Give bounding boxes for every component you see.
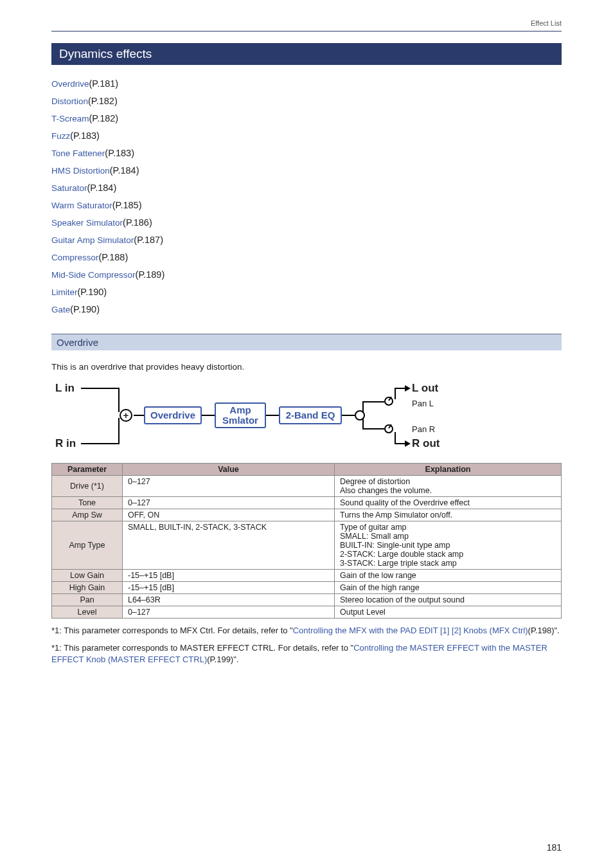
link-warm-saturator[interactable]: Warm Saturator bbox=[51, 201, 112, 210]
pan-r-knob-icon bbox=[384, 424, 393, 433]
subsection-intro: This is an overdrive that provides heavy… bbox=[51, 362, 562, 372]
link-mid-side-compressor[interactable]: Mid-Side Compressor bbox=[51, 270, 136, 280]
cell-param: High Gain bbox=[52, 581, 123, 593]
table-header-row: Parameter Value Explanation bbox=[52, 463, 562, 475]
list-item: Speaker Simulator(P.186) bbox=[51, 214, 562, 231]
list-item: Fuzz(P.183) bbox=[51, 127, 562, 145]
cell-param: Drive (*1) bbox=[52, 475, 123, 496]
link-saturator[interactable]: Saturator bbox=[51, 183, 87, 193]
footnote-text: (P.199)". bbox=[207, 655, 238, 664]
link-page: (P.181) bbox=[89, 78, 119, 89]
cell-param: Level bbox=[52, 606, 123, 618]
arrow-icon bbox=[405, 385, 411, 392]
list-item: Warm Saturator(P.185) bbox=[51, 197, 562, 214]
link-page: (P.187) bbox=[134, 235, 163, 245]
footnote-2: *1: This parameter corresponds to MASTER… bbox=[51, 642, 562, 665]
header-rule bbox=[51, 31, 562, 32]
cell-param: Amp Sw bbox=[52, 509, 123, 521]
cell-value: SMALL, BUILT-IN, 2-STACK, 3-STACK bbox=[123, 521, 335, 569]
link-overdrive[interactable]: Overdrive bbox=[51, 79, 89, 89]
link-page: (P.183) bbox=[105, 148, 134, 158]
effect-link-list: Overdrive(P.181) Distortion(P.182) T-Scr… bbox=[51, 75, 562, 318]
block-overdrive: Overdrive bbox=[144, 406, 202, 424]
link-page: (P.186) bbox=[123, 217, 152, 228]
link-page: (P.183) bbox=[70, 131, 100, 141]
cell-value: -15–+15 [dB] bbox=[123, 569, 335, 581]
link-hms-distortion[interactable]: HMS Distortion bbox=[51, 166, 110, 176]
cell-param: Pan bbox=[52, 593, 123, 606]
label-l-out: L out bbox=[412, 382, 438, 395]
table-row: Low Gain-15–+15 [dB]Gain of the low rang… bbox=[52, 569, 562, 581]
footnote-1: *1: This parameter corresponds to MFX Ct… bbox=[51, 625, 562, 637]
link-page: (P.182) bbox=[88, 96, 118, 106]
table-row: Amp SwOFF, ONTurns the Amp Simulator on/… bbox=[52, 509, 562, 521]
cell-value: L64–63R bbox=[123, 593, 335, 606]
page-number: 181 bbox=[547, 842, 562, 853]
table-body: Drive (*1)0–127Degree of distortionAlso … bbox=[52, 475, 562, 618]
cell-value: -15–+15 [dB] bbox=[123, 581, 335, 593]
link-page: (P.189) bbox=[136, 269, 165, 280]
col-value: Value bbox=[123, 463, 335, 475]
link-gate[interactable]: Gate bbox=[51, 305, 70, 314]
list-item: HMS Distortion(P.184) bbox=[51, 162, 562, 179]
table-row: Drive (*1)0–127Degree of distortionAlso … bbox=[52, 475, 562, 496]
block-amp-line2: Smlator bbox=[216, 415, 265, 426]
footnote-text: *1: This parameter corresponds to MFX Ct… bbox=[51, 626, 293, 635]
link-fuzz[interactable]: Fuzz bbox=[51, 131, 70, 141]
signal-flow-diagram: L in R in L out R out Pan L Pan R + Over… bbox=[55, 381, 454, 451]
label-l-in: L in bbox=[55, 382, 75, 395]
footnote-link-mfx-ctrl[interactable]: Controlling the MFX with the PAD EDIT [1… bbox=[293, 626, 528, 635]
block-amp-simulator: Amp Smlator bbox=[215, 402, 266, 428]
subsection-title-bar: Overdrive bbox=[51, 334, 562, 350]
arrow-icon bbox=[405, 440, 411, 447]
list-item: Tone Fattener(P.183) bbox=[51, 145, 562, 162]
cell-value: 0–127 bbox=[123, 606, 335, 618]
list-item: Compressor(P.188) bbox=[51, 249, 562, 266]
table-row: PanL64–63RStereo location of the output … bbox=[52, 593, 562, 606]
cell-expl: Gain of the low range bbox=[335, 569, 562, 581]
link-compressor[interactable]: Compressor bbox=[51, 253, 99, 262]
link-limiter[interactable]: Limiter bbox=[51, 287, 78, 297]
list-item: T-Scream(P.182) bbox=[51, 110, 562, 127]
link-page: (P.182) bbox=[89, 113, 119, 123]
label-pan-r: Pan R bbox=[412, 424, 435, 434]
cell-expl: Type of guitar ampSMALL: Small ampBUILT-… bbox=[335, 521, 562, 569]
label-r-in: R in bbox=[55, 437, 76, 450]
col-explanation: Explanation bbox=[335, 463, 562, 475]
breadcrumb: Effect List bbox=[51, 19, 562, 27]
col-parameter: Parameter bbox=[52, 463, 123, 475]
block-2band-eq: 2-Band EQ bbox=[279, 406, 342, 424]
table-row: Level0–127Output Level bbox=[52, 606, 562, 618]
link-page: (P.185) bbox=[112, 200, 142, 210]
cell-value: OFF, ON bbox=[123, 509, 335, 521]
footnote-text: *1: This parameter corresponds to MASTER… bbox=[51, 643, 353, 653]
link-page: (P.184) bbox=[87, 183, 117, 193]
link-distortion[interactable]: Distortion bbox=[51, 96, 88, 106]
cell-expl: Degree of distortionAlso changes the vol… bbox=[335, 475, 562, 496]
list-item: Distortion(P.182) bbox=[51, 93, 562, 110]
cell-value: 0–127 bbox=[123, 475, 335, 496]
cell-param: Low Gain bbox=[52, 569, 123, 581]
link-tone-fattener[interactable]: Tone Fattener bbox=[51, 149, 105, 158]
list-item: Limiter(P.190) bbox=[51, 284, 562, 301]
list-item: Guitar Amp Simulator(P.187) bbox=[51, 231, 562, 249]
list-item: Gate(P.190) bbox=[51, 301, 562, 318]
sum-node-icon: + bbox=[120, 409, 132, 422]
cell-value: 0–127 bbox=[123, 496, 335, 509]
cell-expl: Turns the Amp Simulator on/off. bbox=[335, 509, 562, 521]
table-row: Amp TypeSMALL, BUILT-IN, 2-STACK, 3-STAC… bbox=[52, 521, 562, 569]
link-page: (P.184) bbox=[110, 165, 139, 176]
link-speaker-simulator[interactable]: Speaker Simulator bbox=[51, 218, 123, 228]
link-guitar-amp-simulator[interactable]: Guitar Amp Simulator bbox=[51, 235, 134, 245]
cell-param: Amp Type bbox=[52, 521, 123, 569]
cell-expl: Sound quality of the Overdrive effect bbox=[335, 496, 562, 509]
link-page: (P.190) bbox=[70, 304, 100, 314]
cell-expl: Gain of the high range bbox=[335, 581, 562, 593]
section-title-bar: Dynamics effects bbox=[51, 43, 562, 65]
link-page: (P.188) bbox=[99, 252, 129, 262]
label-pan-l: Pan L bbox=[412, 399, 434, 408]
list-item: Saturator(P.184) bbox=[51, 179, 562, 197]
link-t-scream[interactable]: T-Scream bbox=[51, 114, 89, 123]
cell-expl: Stereo location of the output sound bbox=[335, 593, 562, 606]
block-amp-line1: Amp bbox=[216, 405, 265, 415]
